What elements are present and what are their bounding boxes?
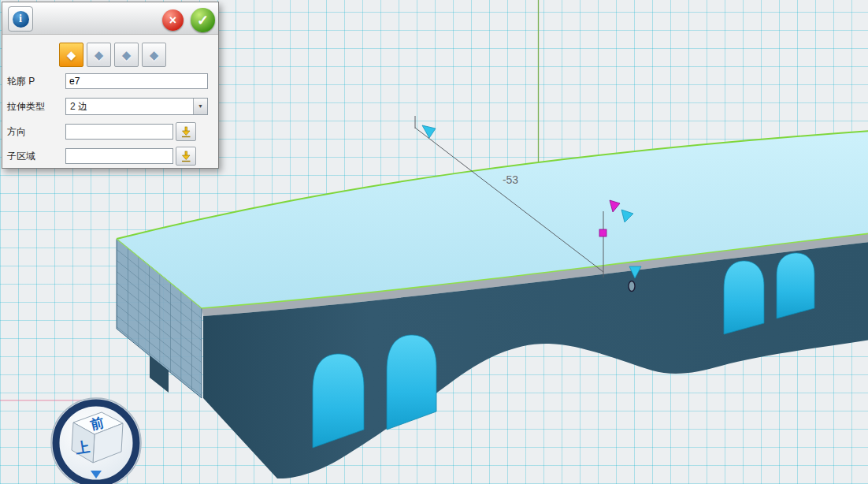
chevron-down-icon[interactable]: ▼ [193, 99, 207, 114]
info-icon: i [13, 11, 29, 28]
subregion-pick-button[interactable] [176, 147, 196, 166]
cut-diamond-icon: ◆ [122, 48, 132, 62]
arch-opening-3[interactable] [724, 261, 764, 334]
extrude-surface-button[interactable]: ◆ [87, 43, 111, 67]
anchor-handle-square-icon[interactable] [599, 229, 606, 236]
direction-row: 方向 [7, 122, 196, 141]
start-handle-cone-icon[interactable] [422, 125, 436, 138]
extrude-type-row: 拉伸类型 2 边 ▼ [7, 98, 208, 115]
check-icon: ✓ [197, 12, 209, 29]
extrude-type-label: 拉伸类型 [7, 100, 65, 114]
extrude-type-value: 2 边 [70, 101, 87, 112]
direction-input[interactable] [65, 124, 173, 140]
dialog-titlebar: i × ✓ [2, 2, 218, 35]
pick-arrow-icon [180, 126, 192, 138]
surface-diamond-icon: ◆ [95, 48, 104, 62]
direction-label: 方向 [7, 125, 65, 139]
cancel-button[interactable]: × [162, 9, 184, 31]
arch-opening-2[interactable] [387, 335, 436, 430]
arch-opening-4[interactable] [777, 253, 814, 318]
origin-point-marker[interactable] [629, 281, 635, 292]
confirm-button[interactable]: ✓ [191, 8, 215, 32]
view-cube-widget[interactable]: 前 上 [51, 398, 141, 484]
profile-row: 轮廓 P [7, 73, 208, 89]
subregion-input[interactable] [65, 148, 173, 164]
merge-diamond-icon: ◆ [150, 48, 159, 62]
extrude-cut-button[interactable]: ◆ [114, 43, 139, 67]
direction-pick-button[interactable] [176, 122, 196, 141]
extrude-solid-button[interactable]: ◆ [59, 43, 83, 67]
subregion-row: 子区域 [7, 147, 196, 166]
solid-diamond-icon: ◆ [67, 48, 76, 62]
dimension-label[interactable]: -53 [503, 173, 518, 186]
profile-input[interactable] [65, 73, 208, 89]
extrude-mode-toolbar: ◆ ◆ ◆ ◆ [59, 43, 166, 67]
pick-arrow-icon [180, 151, 192, 162]
close-icon: × [169, 13, 176, 28]
extrude-type-dropdown[interactable]: 2 边 ▼ [65, 98, 208, 115]
extrude-dialog: i × ✓ ◆ ◆ ◆ ◆ 轮廓 P [2, 2, 219, 169]
extrude-merge-button[interactable]: ◆ [142, 43, 166, 67]
profile-label: 轮廓 P [7, 75, 65, 88]
subregion-label: 子区域 [7, 150, 65, 163]
info-button[interactable]: i [8, 6, 33, 32]
view-cube-front-label[interactable]: 上 [74, 439, 91, 457]
cad-viewport[interactable]: -53 前 上 i × [0, 0, 868, 484]
